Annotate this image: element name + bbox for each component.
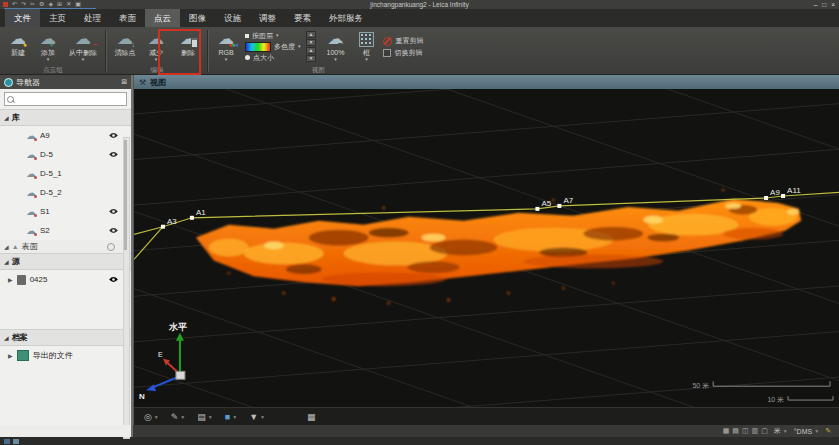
point-label: A5 [541,199,551,208]
tree-item-s1[interactable]: ☁ S1 [0,202,131,221]
zoom-100-button[interactable]: ☁▼ 100% ▾ [318,28,352,65]
nav-section-archive[interactable]: ◢ 档案 [0,329,131,346]
search-input[interactable] [16,94,126,104]
tree-item-d5-2[interactable]: ☁ D-5_2 [0,183,131,202]
tab-surfaces[interactable]: 表面 [110,9,145,27]
visibility-eye-icon[interactable] [108,208,119,215]
taskbar-icon[interactable] [13,439,19,444]
expand-icon[interactable]: ◢ [4,114,9,121]
tab-home[interactable]: 主页 [40,9,75,27]
reset-clip-button[interactable]: 重置剪辑 [383,37,423,46]
layout-icon[interactable]: ▦ [723,427,730,435]
layout-icon[interactable]: ◫ [742,427,749,435]
taskbar-icon[interactable] [4,439,10,444]
measure-tool-button[interactable]: ✎ ▼ [171,412,186,422]
spin-up-button[interactable]: ▲ [306,31,317,38]
clip-box-tool-button[interactable]: ■ ▼ [225,412,237,422]
tab-processing[interactable]: 处理 [75,9,110,27]
minimize-button[interactable]: – [814,1,818,9]
tab-pointcloud[interactable]: 点云 [145,9,180,27]
tree-item-a9[interactable]: ☁ A9 [0,126,131,145]
snapshot-icon[interactable]: ◈ [48,1,53,8]
tab-features[interactable]: 要素 [285,9,320,27]
nav-section-surfaces[interactable]: ◢ ▲ 表面 [0,240,131,253]
clear-points-button[interactable]: ☁↓ 清除点 [108,28,142,65]
control-point-marker[interactable] [764,196,768,200]
visibility-eye-icon[interactable] [108,132,119,139]
section-label: 库 [12,112,20,123]
control-point-marker[interactable] [190,216,194,220]
edit-indicator-icon[interactable]: ✎ [825,427,831,435]
new-pointcloud-button[interactable]: ☁● 新建 [2,28,34,65]
spin-down-button[interactable]: ▼ [306,55,317,62]
nav-section-sources[interactable]: ◢ 源 [0,253,131,270]
control-point-marker[interactable] [161,225,165,229]
view-cube-button[interactable]: ▤ ▼ [197,412,212,422]
filter-tool-button[interactable]: ▼ ▼ [249,412,265,422]
expand-icon[interactable]: ◢ [4,243,9,250]
angle-unit-selector[interactable]: °DMS ▼ [794,428,819,435]
window-icon[interactable]: ▣ [75,1,81,8]
tab-file[interactable]: 文件 [5,9,40,27]
remove-from-pointcloud-button[interactable]: ☁− 从中删除 ▾ [62,28,104,65]
tree-item-0425[interactable]: ▶ 0425 [0,270,131,289]
layout-icon[interactable]: ▤ [732,427,739,435]
scrollbar-thumb[interactable] [124,140,127,250]
visibility-eye-icon[interactable] [108,276,119,283]
nav-section-library[interactable]: ◢ 库 [0,109,131,126]
tab-external-services[interactable]: 外部服务 [320,9,372,27]
expand-icon[interactable]: ◢ [4,258,9,265]
maximize-button[interactable]: □ [822,1,826,9]
redo-icon[interactable]: ↷ [21,1,26,8]
app-icon[interactable] [3,2,8,7]
clip-box-button[interactable]: 框 ▾ [352,28,380,65]
point-cloud[interactable] [196,189,801,305]
tree-item-exported-files[interactable]: ▶ 导出的文件 [0,346,131,365]
tree-item-d5-1[interactable]: ☁ D-5_1 [0,164,131,183]
length-unit-selector[interactable]: 米 ▼ [774,426,788,436]
toggle-clip-checkbox[interactable]: 切换剪辑 [383,49,423,57]
spin-down-button[interactable]: ▼ [306,39,317,46]
control-point-marker[interactable] [781,194,785,198]
layout-icon[interactable]: ▢ [761,427,768,435]
dropdown-caret-icon[interactable]: ▼ [260,414,265,420]
exported-files-icon [17,350,29,361]
expand-icon[interactable]: ▶ [8,352,13,359]
spacer [0,289,131,329]
tab-images[interactable]: 图像 [180,9,215,27]
undo-icon[interactable]: ↶ [12,1,17,8]
viewport-canvas[interactable]: A3 A1 A5 A7 A9 A11 [134,89,839,407]
dropdown-caret-icon[interactable]: ▼ [232,414,237,420]
control-point-marker[interactable] [557,204,561,208]
grid-icon[interactable]: ⊞ [57,1,62,8]
dropdown-caret-icon[interactable]: ▼ [208,414,213,420]
scene-3d[interactable]: A3 A1 A5 A7 A9 A11 [134,89,839,407]
tree-item-s2[interactable]: ☁ S2 [0,221,131,240]
pin-icon[interactable]: ⊠ [121,78,127,86]
grid-toggle-button[interactable]: ▦ [307,412,316,422]
expand-icon[interactable]: ◢ [4,334,9,341]
tab-adjustments[interactable]: 调整 [250,9,285,27]
dropdown-caret-icon[interactable]: ▼ [154,414,159,420]
dropdown-caret-icon[interactable]: ▼ [180,414,185,420]
rgb-button[interactable]: ☁ ●●● RGB ▾ [210,28,242,65]
settings-icon[interactable]: ⚙ [39,1,44,8]
by-layer-row[interactable]: 按图层 ▾ [245,32,301,40]
layout-icon[interactable]: ▥ [752,427,759,435]
tree-item-d5[interactable]: ☁ D-5 [0,145,131,164]
point-size-row[interactable]: 点大小 [245,54,301,62]
close-button[interactable]: × [831,1,835,9]
cut-icon[interactable]: ✂ [30,1,35,8]
control-point-marker[interactable] [535,207,539,211]
tab-infrastructure[interactable]: 设施 [215,9,250,27]
close-icon[interactable]: ✕ [66,1,71,8]
filter-icon: ▼ [249,412,258,422]
visibility-eye-icon[interactable] [108,227,119,234]
orbit-tool-button[interactable]: ◎ ▼ [144,412,159,422]
spin-up-button[interactable]: ▲ [306,47,317,54]
expand-icon[interactable]: ▶ [8,276,13,283]
add-to-pointcloud-button[interactable]: ☁＋ 添加 ▾ [34,28,62,65]
navigator-scrollbar[interactable] [123,137,130,439]
visibility-eye-icon[interactable] [108,151,119,158]
multichroma-row[interactable]: 多色度 ▾ [245,42,301,52]
